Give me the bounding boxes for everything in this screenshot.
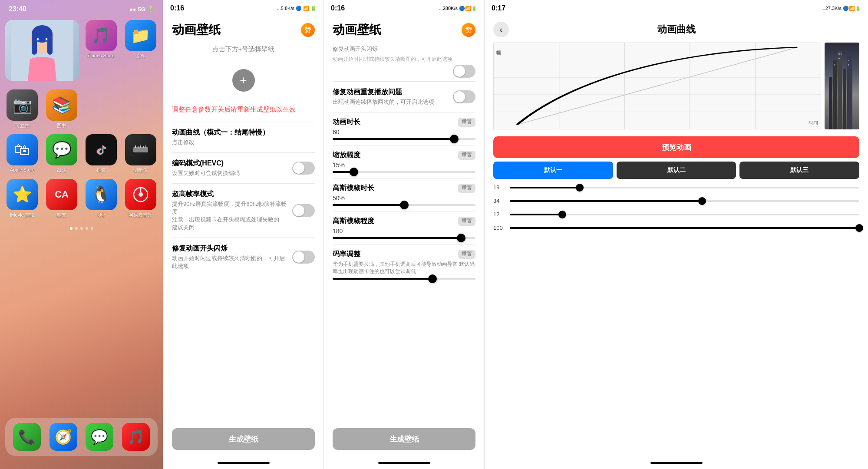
p3-duration-track[interactable]	[333, 138, 475, 140]
preset-3-btn[interactable]: 默认三	[739, 162, 859, 179]
p3-blur-deg-reset[interactable]: 重置	[458, 217, 475, 226]
p4-slider-3-thumb[interactable]	[558, 211, 566, 218]
prize-button[interactable]: 赞	[301, 23, 315, 37]
p3-bitrate-fill	[333, 278, 432, 280]
signal-type: 5G	[138, 6, 145, 13]
phone-dock-item[interactable]: 📞	[10, 423, 43, 451]
p4-slider-1-thumb[interactable]	[576, 184, 584, 192]
netease-app[interactable]: 网易云音乐	[123, 179, 158, 218]
music-icon[interactable]: 🎵	[122, 423, 150, 451]
curve-setting[interactable]: 动画曲线（模式一：结尾特慢） 点击修改	[163, 122, 323, 152]
dot-4	[86, 227, 88, 230]
p3-fix-replay: 修复动画重复播放问题 出现动画连续播放两次的，可开启此选项	[324, 82, 484, 112]
p3-blur-dur-label-row: 高斯模糊时长 重置	[333, 184, 475, 193]
fix-sub: 动画开始时闪过或持续较久清晰图的，可开启此选项	[172, 254, 287, 270]
phone-icon[interactable]: 📞	[13, 423, 41, 451]
p3-prize-button[interactable]: 赞	[462, 23, 475, 37]
messages-dock-item[interactable]: 💬	[83, 423, 116, 451]
svg-rect-30	[843, 69, 846, 129]
p4-header: ‹ 动画曲线	[485, 15, 868, 41]
p3-scroll[interactable]: 修复动画开头闪烁 动画开始时闪过或持续较久清晰图的，可开启此选项 修复动画重复播…	[324, 42, 484, 428]
p3-scale-track[interactable]	[333, 171, 475, 173]
encode-toggle[interactable]	[292, 162, 315, 175]
fix-toggle[interactable]	[292, 251, 315, 264]
p3-duration-reset[interactable]: 重置	[458, 118, 475, 127]
p3-duration-thumb[interactable]	[450, 135, 459, 143]
measure-app[interactable]: 测距仪	[123, 134, 158, 174]
dot-1	[70, 227, 73, 230]
p3-top-partial-sub: 动画开始时闪过或持续较久清晰图的，可开启此选项	[324, 55, 484, 65]
tiktok-app[interactable]: 抖音	[84, 134, 119, 174]
curve-label: 动画曲线（模式一：结尾特慢）	[172, 128, 315, 137]
p3-fix-replay-toggle[interactable]	[453, 90, 475, 103]
p3-time: 0:16	[331, 4, 345, 12]
preset-2-btn[interactable]: 默认二	[617, 162, 736, 179]
svg-point-8	[37, 38, 39, 40]
p3-network: ...280K/s	[439, 6, 458, 11]
p3-generate-btn[interactable]: 生成壁纸	[333, 428, 475, 450]
add-wallpaper-btn[interactable]: +	[232, 69, 255, 92]
widgetsmith-widget[interactable]	[5, 20, 79, 81]
preset-buttons: 默认一 默认二 默认三	[493, 162, 859, 179]
svg-point-9	[46, 38, 47, 40]
p3-scale-reset[interactable]: 重置	[458, 151, 475, 160]
time-display: 23:40	[9, 5, 26, 13]
books-app[interactable]: 📚 图书	[45, 89, 79, 129]
p3-bitrate-sub: 华为手机需要拉满，其他手机调高后可能导致动画异常 默认码率也出现动画卡住的也可以…	[333, 261, 475, 275]
p3-blur-dur-thumb[interactable]	[400, 201, 409, 209]
wechat-label: 微信	[57, 167, 66, 174]
preset-1-btn[interactable]: 默认一	[493, 162, 613, 179]
camera-app[interactable]: 📷 可立拍	[5, 89, 40, 129]
add-icon: +	[240, 73, 247, 87]
svg-rect-5	[47, 33, 53, 55]
battery-icon: 🔋	[147, 6, 154, 13]
coolan-label: 酷安	[57, 212, 66, 218]
p4-slider-4-track[interactable]	[510, 227, 859, 229]
p3-blur-dur-reset[interactable]: 重置	[458, 184, 475, 193]
safari-icon[interactable]: 🧭	[50, 423, 77, 451]
messages-icon[interactable]: 💬	[86, 423, 113, 451]
p2-generate-btn[interactable]: 生成壁纸	[172, 428, 315, 450]
preview-button[interactable]: 预览动画	[493, 136, 859, 158]
p4-slider-2-track[interactable]	[510, 200, 859, 202]
p3-blur-dur-label: 高斯模糊时长	[333, 184, 374, 193]
svg-rect-38	[834, 64, 835, 66]
p3-bitrate-reset[interactable]: 重置	[458, 250, 475, 259]
coolan-app[interactable]: CA 酷安	[45, 179, 79, 218]
p4-chart-area: 幅度 时间	[493, 43, 859, 129]
back-button[interactable]: ‹	[493, 22, 509, 37]
p3-scale-thumb[interactable]	[350, 168, 358, 176]
music-dock-item[interactable]: 🎵	[119, 423, 152, 451]
p3-top-partial: 修复动画开头闪烁	[324, 42, 484, 55]
safari-dock-item[interactable]: 🧭	[47, 423, 80, 451]
hfr-toggle[interactable]	[292, 204, 315, 217]
p4-slider-4-thumb[interactable]	[855, 224, 863, 232]
p4-slider-4-row: 100	[493, 225, 859, 231]
wechat-app[interactable]: 💬 微信	[45, 134, 79, 174]
p3-generate-label: 生成壁纸	[389, 434, 419, 444]
p3-blur-deg-fill	[333, 237, 461, 239]
p4-slider-3-fill	[510, 214, 562, 215]
imovie-app[interactable]: ⭐ iMovie 剪辑	[5, 179, 40, 218]
p3-title-row: 动画壁纸 赞	[324, 15, 484, 42]
encode-label: 编码模式(HEVC)	[172, 159, 240, 168]
itunes-label: iTunes Store	[88, 53, 115, 58]
p3-bitrate-thumb[interactable]	[428, 274, 437, 283]
encode-left: 编码模式(HEVC) 设置失败时可尝试切换编码	[172, 159, 240, 177]
p3-blur-deg-thumb[interactable]	[457, 234, 465, 242]
p4-slider-3-track[interactable]	[510, 214, 859, 215]
p3-bitrate-track[interactable]	[333, 278, 475, 280]
p3-blur-deg-track[interactable]	[333, 237, 475, 239]
files-app[interactable]: 📁 文件	[123, 20, 158, 84]
curve-chart: 幅度 时间	[493, 43, 821, 129]
itunes-app[interactable]: 🎵 iTunes Store	[84, 20, 119, 84]
p3-blur-dur-track[interactable]	[333, 204, 475, 206]
back-icon: ‹	[500, 25, 502, 34]
p4-slider-1-track[interactable]	[510, 187, 859, 188]
p4-slider-2-thumb[interactable]	[698, 197, 706, 205]
p3-fix-toggle[interactable]	[453, 65, 475, 78]
p2-home-indicator	[218, 462, 270, 464]
qq-app[interactable]: 🐧 QQ	[84, 179, 119, 218]
apple-store-app[interactable]: 🛍 Apple Store	[5, 134, 40, 174]
tiktok-label: 抖音	[96, 167, 106, 174]
